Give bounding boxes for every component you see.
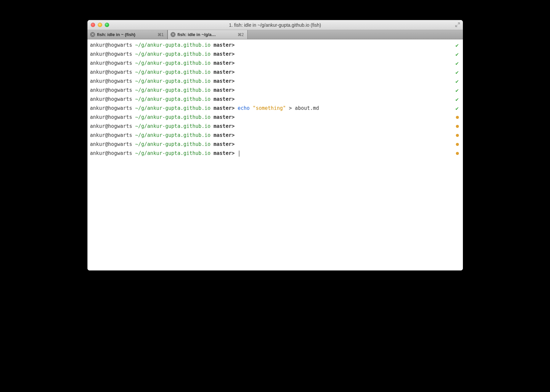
- prompt-symbol: >: [232, 59, 238, 68]
- prompt-symbol: >: [232, 50, 238, 59]
- prompt-branch: master: [211, 113, 232, 122]
- prompt-user: ankur@hogwarts: [90, 104, 135, 113]
- prompt-path: ~/g/ankur-gupta.github.io: [135, 149, 211, 158]
- prompt-user: ankur@hogwarts: [90, 140, 135, 149]
- dot-icon: [456, 152, 459, 155]
- prompt-user: ankur@hogwarts: [90, 113, 135, 122]
- terminal-line: ankur@hogwarts ~/g/ankur-gupta.github.io…: [90, 68, 460, 77]
- prompt-path: ~/g/ankur-gupta.github.io: [135, 104, 211, 113]
- command-keyword: echo: [238, 104, 253, 113]
- prompt-branch: master: [211, 59, 232, 68]
- status-dirty-icon: [456, 131, 459, 140]
- terminal-line: ankur@hogwarts ~/g/ankur-gupta.github.io…: [90, 122, 460, 131]
- prompt-symbol: >: [232, 95, 238, 104]
- prompt-path: ~/g/ankur-gupta.github.io: [135, 59, 211, 68]
- prompt-user: ankur@hogwarts: [90, 68, 135, 77]
- prompt-path: ~/g/ankur-gupta.github.io: [135, 122, 211, 131]
- prompt-symbol: >: [232, 131, 238, 140]
- prompt-symbol: >: [232, 140, 238, 149]
- prompt-symbol: >: [232, 86, 238, 95]
- terminal-body[interactable]: ankur@hogwarts ~/g/ankur-gupta.github.io…: [87, 39, 463, 270]
- status-check-icon: ✔: [456, 68, 459, 77]
- prompt-branch: master: [211, 149, 232, 158]
- tab-1[interactable]: ✕ fish: idle in ~ (fish) ⌘1: [87, 30, 168, 39]
- dot-icon: [456, 134, 459, 137]
- prompt-user: ankur@hogwarts: [90, 50, 135, 59]
- prompt-branch: master: [211, 122, 232, 131]
- prompt-branch: master: [211, 68, 232, 77]
- dot-icon: [456, 143, 459, 146]
- prompt-user: ankur@hogwarts: [90, 131, 135, 140]
- close-window-button[interactable]: [91, 23, 95, 27]
- prompt-branch: master: [211, 77, 232, 86]
- command-rest: > about.md: [286, 104, 319, 113]
- status-check-icon: ✔: [456, 41, 459, 50]
- tab-label: fish: idle in ~/g/a…: [178, 32, 236, 37]
- status-dirty-icon: [456, 149, 459, 158]
- terminal-line: ankur@hogwarts ~/g/ankur-gupta.github.io…: [90, 77, 460, 86]
- close-icon[interactable]: ✕: [90, 32, 95, 37]
- tab-label: fish: idle in ~ (fish): [97, 32, 156, 37]
- tab-2[interactable]: ✕ fish: idle in ~/g/a… ⌘2: [168, 30, 248, 39]
- status-check-icon: ✔: [456, 86, 459, 95]
- prompt-user: ankur@hogwarts: [90, 41, 135, 50]
- status-check-icon: ✔: [456, 50, 459, 59]
- prompt-symbol: >: [232, 77, 238, 86]
- terminal-window: 1. fish: idle in ~/g/ankur-gupta.github.…: [87, 20, 463, 270]
- prompt-branch: master: [211, 86, 232, 95]
- fullscreen-icon[interactable]: [455, 22, 460, 27]
- window-title: 1. fish: idle in ~/g/ankur-gupta.github.…: [87, 22, 463, 28]
- status-dirty-icon: [456, 140, 459, 149]
- terminal-line: ankur@hogwarts ~/g/ankur-gupta.github.io…: [90, 41, 460, 50]
- prompt-path: ~/g/ankur-gupta.github.io: [135, 68, 211, 77]
- status-dirty-icon: [456, 122, 459, 131]
- status-check-icon: ✔: [456, 59, 459, 68]
- zoom-window-button[interactable]: [105, 23, 109, 27]
- dot-icon: [456, 125, 459, 128]
- minimize-window-button[interactable]: [98, 23, 102, 27]
- close-icon[interactable]: ✕: [171, 32, 176, 37]
- prompt-symbol: >: [232, 122, 238, 131]
- terminal-line: ankur@hogwarts ~/g/ankur-gupta.github.io…: [90, 113, 460, 122]
- prompt-path: ~/g/ankur-gupta.github.io: [135, 77, 211, 86]
- prompt-symbol: >: [232, 68, 238, 77]
- cursor: [239, 151, 239, 157]
- terminal-line: ankur@hogwarts ~/g/ankur-gupta.github.io…: [90, 86, 460, 95]
- prompt-branch: master: [211, 104, 232, 113]
- prompt-path: ~/g/ankur-gupta.github.io: [135, 131, 211, 140]
- tabbar: ✕ fish: idle in ~ (fish) ⌘1 ✕ fish: idle…: [87, 30, 463, 39]
- status-check-icon: ✔: [456, 104, 459, 113]
- prompt-branch: master: [211, 140, 232, 149]
- prompt-path: ~/g/ankur-gupta.github.io: [135, 113, 211, 122]
- terminal-line: ankur@hogwarts ~/g/ankur-gupta.github.io…: [90, 50, 460, 59]
- terminal-line: ankur@hogwarts ~/g/ankur-gupta.github.io…: [90, 140, 460, 149]
- terminal-line: ankur@hogwarts ~/g/ankur-gupta.github.io…: [90, 95, 460, 104]
- traffic-lights: [87, 23, 109, 27]
- tab-shortcut: ⌘1: [158, 32, 164, 37]
- prompt-user: ankur@hogwarts: [90, 122, 135, 131]
- prompt-path: ~/g/ankur-gupta.github.io: [135, 50, 211, 59]
- status-check-icon: ✔: [456, 95, 459, 104]
- prompt-branch: master: [211, 50, 232, 59]
- prompt-symbol: >: [232, 113, 238, 122]
- prompt-path: ~/g/ankur-gupta.github.io: [135, 140, 211, 149]
- prompt-path: ~/g/ankur-gupta.github.io: [135, 41, 211, 50]
- prompt-branch: master: [211, 95, 232, 104]
- prompt-symbol: >: [232, 149, 238, 158]
- terminal-line: ankur@hogwarts ~/g/ankur-gupta.github.io…: [90, 59, 460, 68]
- prompt-user: ankur@hogwarts: [90, 77, 135, 86]
- close-glyph: ✕: [172, 33, 175, 36]
- prompt-branch: master: [211, 131, 232, 140]
- prompt-user: ankur@hogwarts: [90, 149, 135, 158]
- dot-icon: [456, 116, 459, 119]
- prompt-symbol: >: [232, 41, 238, 50]
- prompt-user: ankur@hogwarts: [90, 59, 135, 68]
- titlebar[interactable]: 1. fish: idle in ~/g/ankur-gupta.github.…: [87, 20, 463, 30]
- tab-shortcut: ⌘2: [238, 32, 244, 37]
- status-check-icon: ✔: [456, 77, 459, 86]
- prompt-branch: master: [211, 41, 232, 50]
- command-string: "something": [253, 104, 286, 113]
- status-dirty-icon: [456, 113, 459, 122]
- close-glyph: ✕: [91, 33, 94, 36]
- prompt-user: ankur@hogwarts: [90, 86, 135, 95]
